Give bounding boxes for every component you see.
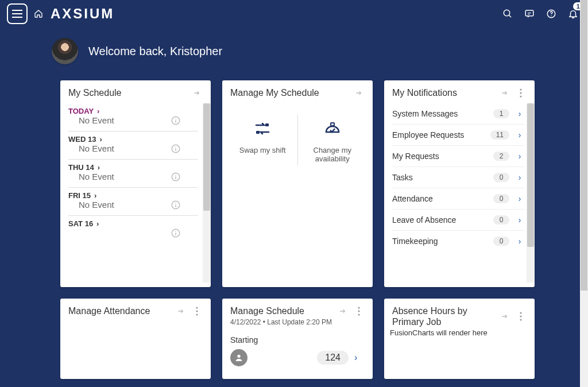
card-manage-attendance: Manage Attendance [60,299,211,379]
svg-point-0 [504,10,510,16]
chevron-right-icon: › [515,173,524,182]
card-manage-my-schedule: Manage My Schedule Swap my shift Change … [222,80,373,287]
chevron-right-icon: › [515,152,524,161]
notif-row-timekeeping[interactable]: Timekeeping 0 › [392,231,524,251]
expand-arrow-icon[interactable] [175,305,187,317]
chevron-right-icon: › [515,215,524,225]
info-icon[interactable] [171,228,181,238]
svg-point-13 [175,231,176,232]
card-title: Manage Schedule [230,306,337,316]
avatar[interactable] [52,38,78,64]
scrollbar[interactable] [527,103,535,282]
sched-day[interactable]: THU 14› No Event [68,160,198,188]
card-subtext: 4/12/2022 • Last Update 2:20 PM [222,318,373,330]
notif-row-employee-requests[interactable]: Employee Requests 11 › [392,125,524,146]
chevron-right-icon: › [515,237,524,246]
notif-row-tasks[interactable]: Tasks 0 › [392,167,524,188]
count-badge: 0 [493,237,509,246]
chevron-right-icon: › [94,191,96,200]
expand-arrow-icon[interactable] [353,87,365,99]
topbar: AXSIUM 14 [0,0,588,28]
card-my-schedule: My Schedule TODAY› No Event WED 13› No E… [60,80,211,287]
svg-point-18 [520,92,521,94]
welcome-text: Welcome back, Kristopher [88,45,222,58]
card-my-notifications: My Notifications System Messages 1 › Emp… [384,80,535,287]
brand-logo: AXSIUM [51,6,114,22]
count-badge: 0 [493,215,509,225]
more-dots-icon[interactable] [353,305,365,317]
bell-icon[interactable]: 14 [565,6,581,22]
help-icon[interactable] [543,6,559,22]
card-title: My Notifications [392,88,499,98]
count-badge: 11 [490,130,509,140]
starting-label: Starting [230,335,365,345]
info-icon[interactable] [171,200,181,210]
card-absence-hours: Absence Hours by Primary Job FusionChart… [384,299,535,379]
sched-day[interactable]: WED 13› No Event [68,131,198,160]
search-icon[interactable] [500,6,516,22]
scrollbar[interactable] [203,103,211,282]
svg-point-27 [520,312,521,314]
home-icon[interactable] [33,9,44,19]
svg-point-25 [358,314,359,315]
svg-point-22 [196,314,198,315]
info-icon[interactable] [171,172,181,182]
tile-label: Change my availability [301,146,364,163]
tile-change-availability[interactable]: Change my availability [297,115,368,165]
svg-point-23 [358,307,359,308]
expand-arrow-icon[interactable] [499,87,510,99]
chat-icon[interactable] [521,6,537,22]
my-schedule-body: TODAY› No Event WED 13› No Event THU 14›… [60,103,211,287]
notif-row-attendance[interactable]: Attendance 0 › [392,188,524,210]
welcome-row: Welcome back, Kristopher [0,28,588,75]
expand-arrow-icon[interactable] [337,305,349,317]
count-badge: 0 [493,194,509,203]
more-dots-icon[interactable] [515,87,527,99]
info-icon[interactable] [171,144,181,154]
count-badge: 1 [493,109,509,118]
expand-arrow-icon[interactable] [499,311,510,322]
sched-day[interactable]: FRI 15› No Event [68,188,198,216]
expand-arrow-icon[interactable] [191,87,203,99]
sched-day-today[interactable]: TODAY› No Event [68,103,198,131]
sched-day[interactable]: SAT 16› [68,216,198,234]
svg-point-28 [520,316,521,318]
notif-row-system-messages[interactable]: System Messages 1 › [392,103,524,125]
chevron-right-icon: › [97,107,99,115]
count-badge: 2 [493,152,509,161]
count-badge: 0 [493,173,509,182]
more-dots-icon[interactable] [191,305,203,317]
card-title: My Schedule [68,88,191,98]
notif-row-leave-of-absence[interactable]: Leave of Absence 0 › [392,210,524,231]
dashboard-grid: My Schedule TODAY› No Event WED 13› No E… [0,75,588,387]
svg-point-11 [175,203,176,204]
info-icon[interactable] [171,115,181,126]
chevron-right-icon: › [99,135,102,144]
svg-rect-14 [265,123,269,126]
svg-point-17 [520,88,521,90]
svg-point-5 [175,118,176,119]
notif-row-my-requests[interactable]: My Requests 2 › [392,146,524,167]
card-title: Manage My Schedule [230,88,353,98]
chevron-right-icon: › [98,163,100,172]
chevron-right-icon: › [96,219,99,228]
svg-point-7 [175,146,176,148]
svg-rect-16 [331,123,334,126]
more-dots-icon[interactable] [515,311,527,322]
chart-placeholder: FusionCharts will render here [384,328,535,337]
card-manage-schedule: Manage Schedule 4/12/2022 • Last Update … [222,299,373,379]
starting-row[interactable]: 124 › [230,349,365,366]
menu-button[interactable] [7,3,28,24]
swap-icon [251,117,274,140]
svg-point-24 [358,310,359,312]
card-title: Absence Hours by Primary Job [392,305,499,327]
starting-count: 124 [317,351,349,365]
tile-label: Swap my shift [239,146,286,154]
page-scrollbar[interactable] [580,0,588,387]
svg-point-9 [175,175,176,176]
chevron-right-icon: › [515,194,524,203]
card-title: Manage Attendance [68,306,175,316]
tile-swap-shift[interactable]: Swap my shift [228,115,297,165]
chevron-right-icon: › [354,353,365,363]
svg-point-26 [237,355,240,358]
